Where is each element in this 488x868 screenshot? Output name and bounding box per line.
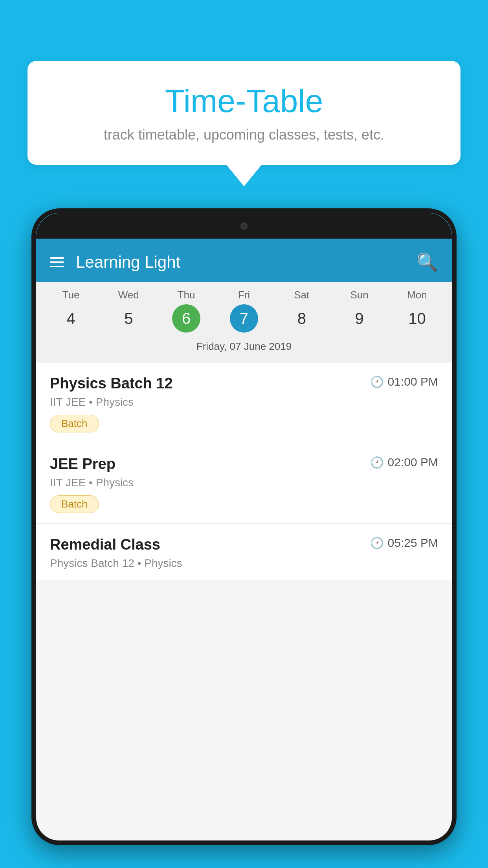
class-details: IIT JEE • Physics bbox=[50, 476, 438, 489]
class-details: Physics Batch 12 • Physics bbox=[50, 557, 438, 570]
day-name: Sat bbox=[294, 289, 309, 301]
class-details: IIT JEE • Physics bbox=[50, 396, 438, 408]
class-time: 🕐 02:00 PM bbox=[370, 456, 438, 469]
speech-bubble-card: Time-Table track timetable, upcoming cla… bbox=[28, 61, 460, 165]
time-value: 01:00 PM bbox=[388, 375, 438, 388]
day-number: 9 bbox=[345, 304, 374, 333]
class-item[interactable]: JEE Prep🕐 02:00 PMIIT JEE • PhysicsBatch bbox=[36, 443, 452, 524]
calendar-strip[interactable]: Tue4Wed5Thu6Fri7Sat8Sun9Mon10 Friday, 07… bbox=[36, 282, 452, 362]
bubble-subtitle: track timetable, upcoming classes, tests… bbox=[51, 127, 437, 143]
app-bar-left: Learning Light bbox=[50, 253, 180, 272]
phone-top-bezel bbox=[36, 213, 452, 239]
phone-notch bbox=[220, 219, 268, 234]
class-item-header: Remedial Class🕐 05:25 PM bbox=[50, 536, 438, 553]
day-name: Sun bbox=[350, 289, 369, 301]
day-number: 4 bbox=[57, 304, 85, 333]
calendar-day-item[interactable]: Mon10 bbox=[393, 289, 440, 333]
calendar-day-item[interactable]: Sat8 bbox=[278, 289, 325, 333]
selected-date-label: Friday, 07 June 2019 bbox=[36, 337, 452, 359]
day-number: 8 bbox=[288, 304, 316, 333]
bubble-title: Time-Table bbox=[51, 83, 437, 120]
class-item-header: Physics Batch 12🕐 01:00 PM bbox=[50, 375, 438, 392]
hamburger-line-3 bbox=[50, 266, 64, 267]
app-title: Learning Light bbox=[76, 253, 180, 272]
calendar-day-item[interactable]: Fri7 bbox=[220, 289, 268, 333]
class-time: 🕐 05:25 PM bbox=[370, 536, 438, 550]
time-value: 05:25 PM bbox=[388, 536, 438, 550]
day-name: Fri bbox=[238, 289, 250, 301]
time-value: 02:00 PM bbox=[388, 456, 438, 469]
day-name: Wed bbox=[118, 289, 139, 301]
clock-icon: 🕐 bbox=[370, 375, 384, 388]
class-item[interactable]: Physics Batch 12🕐 01:00 PMIIT JEE • Phys… bbox=[36, 362, 452, 443]
phone-frame: 14:29 ▼ ▲ ▪ Learning Light 🔍 bbox=[31, 208, 457, 845]
days-row: Tue4Wed5Thu6Fri7Sat8Sun9Mon10 bbox=[36, 289, 452, 333]
speech-bubble-section: Time-Table track timetable, upcoming cla… bbox=[28, 61, 460, 186]
class-time: 🕐 01:00 PM bbox=[370, 375, 438, 388]
day-number: 6 bbox=[172, 304, 200, 333]
day-number: 7 bbox=[230, 304, 258, 333]
clock-icon: 🕐 bbox=[370, 456, 384, 469]
hamburger-line-2 bbox=[50, 261, 64, 263]
bubble-tail bbox=[226, 165, 262, 186]
clock-icon: 🕐 bbox=[370, 537, 384, 550]
class-item[interactable]: Remedial Class🕐 05:25 PMPhysics Batch 12… bbox=[36, 524, 452, 580]
phone-mockup: 14:29 ▼ ▲ ▪ Learning Light 🔍 bbox=[31, 208, 457, 868]
batch-badge: Batch bbox=[50, 495, 99, 513]
phone-screen: 14:29 ▼ ▲ ▪ Learning Light 🔍 bbox=[36, 213, 452, 840]
day-number: 10 bbox=[403, 304, 431, 333]
camera-dot bbox=[240, 223, 248, 230]
class-name: Remedial Class bbox=[50, 536, 160, 553]
class-name: Physics Batch 12 bbox=[50, 375, 173, 392]
search-icon[interactable]: 🔍 bbox=[416, 252, 438, 272]
day-name: Tue bbox=[62, 289, 80, 301]
calendar-day-item[interactable]: Sun9 bbox=[336, 289, 383, 333]
day-number: 5 bbox=[114, 304, 143, 333]
batch-badge: Batch bbox=[50, 415, 99, 432]
day-name: Thu bbox=[178, 289, 195, 301]
calendar-day-item[interactable]: Thu6 bbox=[163, 289, 210, 333]
class-item-header: JEE Prep🕐 02:00 PM bbox=[50, 456, 438, 473]
calendar-day-item[interactable]: Wed5 bbox=[105, 289, 152, 333]
hamburger-line-1 bbox=[50, 257, 64, 259]
app-bar: Learning Light 🔍 bbox=[36, 243, 452, 282]
hamburger-icon[interactable] bbox=[50, 257, 64, 267]
class-name: JEE Prep bbox=[50, 456, 116, 473]
day-name: Mon bbox=[407, 289, 427, 301]
calendar-day-item[interactable]: Tue4 bbox=[47, 289, 94, 333]
class-list: Physics Batch 12🕐 01:00 PMIIT JEE • Phys… bbox=[36, 362, 452, 580]
